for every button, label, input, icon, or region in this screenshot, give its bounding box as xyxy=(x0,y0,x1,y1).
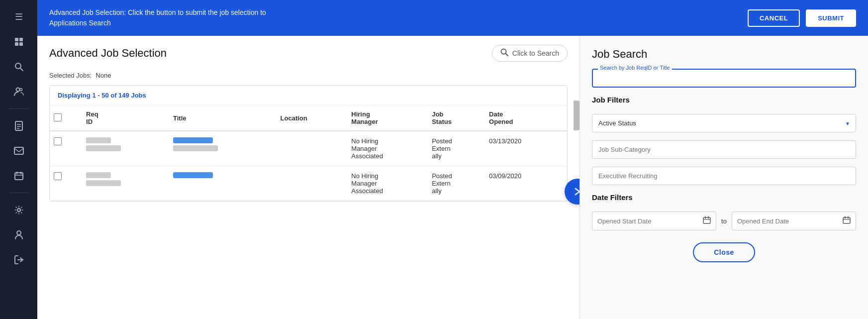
end-date-wrapper xyxy=(732,212,856,230)
people-icon[interactable] xyxy=(8,81,30,103)
svg-rect-22 xyxy=(703,217,710,223)
banner-text: Advanced Job Selection: Click the button… xyxy=(49,7,298,28)
hiring-manager-header: HiringManager xyxy=(347,106,428,131)
svg-rect-0 xyxy=(15,38,18,41)
job-subcategory-input[interactable] xyxy=(592,140,856,159)
end-date-input[interactable] xyxy=(737,217,843,225)
top-banner: Advanced Job Selection: Click the button… xyxy=(37,0,868,36)
signout-icon[interactable] xyxy=(8,249,30,271)
svg-point-7 xyxy=(19,89,22,91)
row1-job-status: PostedExternally xyxy=(428,131,485,166)
req-id-header: ReqID xyxy=(82,106,169,131)
active-status-wrapper: Active Status xyxy=(592,114,856,132)
search-bar-label: Click to Search xyxy=(512,49,559,57)
selected-jobs: Selected Jobs: None xyxy=(49,68,568,85)
date-filters-section: Date Filters xyxy=(592,193,856,204)
job-search-title: Job Search xyxy=(592,48,856,61)
document-icon[interactable] xyxy=(8,115,30,137)
start-date-wrapper xyxy=(592,212,716,230)
envelope-icon[interactable] xyxy=(8,140,30,162)
start-date-input[interactable] xyxy=(597,217,703,225)
executive-recruiting-input[interactable] xyxy=(592,167,856,185)
svg-rect-13 xyxy=(15,173,23,180)
displaying-text: Displaying 1 - 50 of 149 Jobs xyxy=(50,86,567,106)
date-opened-header: DateOpened xyxy=(485,106,567,131)
row2-location xyxy=(277,166,348,201)
scrollbar[interactable] xyxy=(574,101,579,130)
calendar-nav-icon[interactable] xyxy=(8,165,30,187)
gear-icon[interactable] xyxy=(8,199,30,221)
row2-checkbox[interactable] xyxy=(50,166,82,201)
active-status-select[interactable]: Active Status xyxy=(592,114,856,132)
svg-line-5 xyxy=(20,68,23,71)
selected-jobs-label: Selected Jobs: xyxy=(49,72,92,79)
displaying-prefix: Displaying xyxy=(58,92,91,99)
svg-rect-8 xyxy=(15,121,22,130)
select-all-checkbox[interactable] xyxy=(54,113,62,121)
job-search-input[interactable] xyxy=(599,74,849,84)
row1-checkbox[interactable] xyxy=(50,131,82,166)
left-panel: Advanced Job Selection Click to Search xyxy=(37,36,579,319)
jobs-table: ReqID Title Location HiringManager JobSt… xyxy=(50,106,567,201)
displaying-range: 1 - 50 of 149 xyxy=(92,92,129,99)
divider-2 xyxy=(9,193,29,193)
search-field-wrapper: Search by Job ReqID or Title xyxy=(592,69,856,88)
row1-req-id xyxy=(82,131,169,166)
svg-point-6 xyxy=(16,88,19,92)
svg-point-17 xyxy=(17,209,20,212)
row1-hiring-manager: No HiringManagerAssociated xyxy=(347,131,428,166)
row1-date-opened: 03/13/2020 xyxy=(485,131,567,166)
svg-line-21 xyxy=(505,54,508,56)
search-bar[interactable]: Click to Search xyxy=(492,45,568,62)
start-date-calendar-icon[interactable] xyxy=(703,216,711,226)
sidebar: ☰ xyxy=(0,0,37,319)
svg-rect-1 xyxy=(19,38,23,41)
table-container: Selected Jobs: None Displaying 1 - 50 of… xyxy=(37,68,579,319)
checkbox-header xyxy=(50,106,82,131)
person-icon[interactable] xyxy=(8,224,30,246)
row2-date-opened: 03/09/2020 xyxy=(485,166,567,201)
location-header: Location xyxy=(277,106,348,131)
page-header: Advanced Job Selection Click to Search xyxy=(37,36,579,68)
displaying-suffix: Jobs xyxy=(131,92,146,99)
date-filters-title: Date Filters xyxy=(592,193,856,202)
svg-rect-26 xyxy=(843,217,850,223)
end-date-calendar-icon[interactable] xyxy=(843,216,851,226)
search-nav-icon[interactable] xyxy=(8,56,30,78)
selected-jobs-value: None xyxy=(96,72,111,79)
page-title: Advanced Job Selection xyxy=(49,47,167,60)
table-wrapper: Displaying 1 - 50 of 149 Jobs ReqID Titl xyxy=(49,85,568,202)
table-row: No HiringManagerAssociated PostedExterna… xyxy=(50,131,567,166)
row2-req-id xyxy=(82,166,169,201)
svg-point-18 xyxy=(17,231,21,235)
svg-rect-2 xyxy=(15,42,18,46)
close-button[interactable]: Close xyxy=(693,242,755,262)
row1-location xyxy=(277,131,348,166)
title-header: Title xyxy=(169,106,277,131)
right-panel: Job Search Search by Job ReqID or Title … xyxy=(579,36,868,319)
submit-button[interactable]: SUBMIT xyxy=(806,9,856,27)
date-range-separator: to xyxy=(721,217,727,225)
content-area: Advanced Job Selection Click to Search xyxy=(37,36,868,319)
date-filters-row: to xyxy=(592,212,856,230)
divider-1 xyxy=(9,108,29,109)
row2-job-status: PostedExternally xyxy=(428,166,485,201)
job-status-header: JobStatus xyxy=(428,106,485,131)
main-area: Advanced Job Selection: Click the button… xyxy=(37,0,868,319)
search-field-label: Search by Job ReqID or Title xyxy=(598,65,672,71)
grid-icon[interactable] xyxy=(8,31,30,53)
search-bar-icon xyxy=(500,48,508,58)
svg-rect-3 xyxy=(19,42,23,46)
table-row: No HiringManagerAssociated PostedExterna… xyxy=(50,166,567,201)
menu-icon[interactable]: ☰ xyxy=(8,6,30,28)
svg-rect-12 xyxy=(14,147,23,154)
job-filters-section: Job Filters xyxy=(592,96,856,106)
row2-hiring-manager: No HiringManagerAssociated xyxy=(347,166,428,201)
banner-buttons: CANCEL SUBMIT xyxy=(748,9,856,27)
job-filters-title: Job Filters xyxy=(592,96,856,104)
cancel-button[interactable]: CANCEL xyxy=(748,9,800,27)
row1-title xyxy=(169,131,277,166)
row2-title xyxy=(169,166,277,201)
table-header-row: ReqID Title Location HiringManager JobSt… xyxy=(50,106,567,131)
